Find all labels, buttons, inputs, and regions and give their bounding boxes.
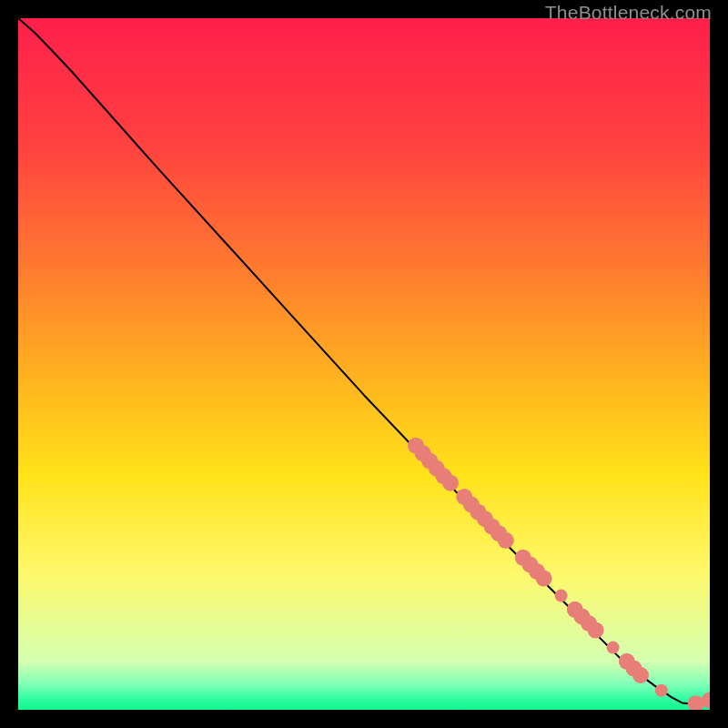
chart-svg — [18, 18, 710, 710]
chart-marker — [442, 475, 459, 491]
chart-marker — [632, 667, 649, 683]
chart-marker — [555, 590, 568, 602]
chart-marker — [536, 571, 552, 587]
chart-marker — [607, 642, 620, 654]
chart-stage: TheBottleneck.com — [0, 0, 728, 728]
chart-marker — [498, 532, 514, 549]
chart-background — [18, 18, 710, 710]
chart-marker — [588, 622, 604, 639]
attribution-label: TheBottleneck.com — [545, 2, 712, 24]
chart-marker — [655, 684, 668, 697]
chart-plot-area — [18, 18, 710, 710]
